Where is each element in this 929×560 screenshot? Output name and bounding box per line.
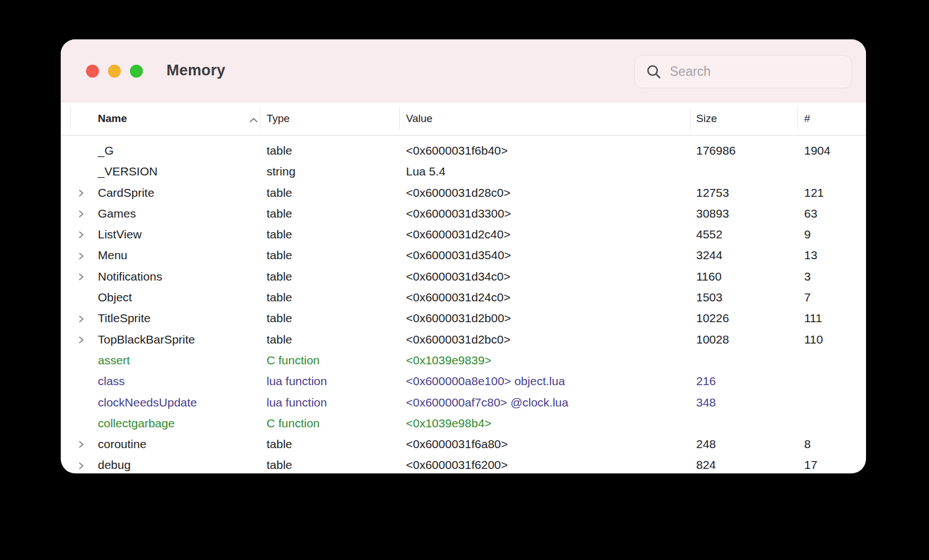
row-type: table	[267, 329, 292, 350]
row-type: table	[267, 182, 292, 203]
close-window-button[interactable]	[86, 65, 99, 78]
row-size: 10028	[696, 329, 729, 350]
row-size: 176986	[696, 140, 736, 161]
disclosure-chevron-icon[interactable]	[78, 183, 85, 204]
table-header: Name Type Value Size #	[61, 102, 866, 136]
row-type: table	[267, 266, 292, 287]
row-type: table	[267, 203, 292, 224]
table-row[interactable]: ListViewtable<0x6000031d2c40>45529	[61, 224, 866, 245]
row-name: ListView	[98, 224, 142, 245]
row-name: class	[98, 371, 125, 391]
row-count: 17	[804, 454, 817, 473]
table-row[interactable]: Notificationstable<0x6000031d34c0>11603	[61, 266, 866, 287]
row-type: table	[267, 308, 292, 328]
disclosure-chevron-icon[interactable]	[78, 245, 85, 266]
row-size: 1160	[696, 266, 721, 287]
row-size: 824	[696, 454, 716, 473]
row-name: TitleSprite	[98, 308, 151, 328]
column-divider[interactable]	[399, 107, 400, 130]
row-count: 8	[804, 433, 811, 454]
table-row[interactable]: TopBlackBarSpritetable<0x6000031d2bc0>10…	[61, 329, 866, 350]
disclosure-chevron-icon[interactable]	[78, 308, 85, 329]
row-value: <0x1039e9839>	[406, 350, 491, 371]
row-count: 121	[804, 182, 824, 203]
title-bar: Memory	[61, 39, 866, 102]
row-type: lua function	[267, 392, 327, 413]
row-size: 248	[696, 433, 716, 454]
row-count: 3	[804, 266, 811, 287]
row-type: table	[267, 433, 292, 454]
row-value: <0x600000a8e100> object.lua	[406, 371, 565, 391]
row-type: C function	[267, 413, 320, 433]
row-size: 30893	[696, 203, 729, 224]
row-size: 216	[696, 371, 716, 391]
row-value: <0x6000031f6200>	[406, 454, 508, 473]
row-value: <0x6000031d3300>	[406, 203, 511, 224]
table-row[interactable]: _VERSIONstringLua 5.4	[61, 161, 866, 182]
table-row[interactable]: TitleSpritetable<0x6000031d2b00>10226111	[61, 308, 866, 328]
row-value: <0x6000031f6b40>	[406, 140, 508, 161]
row-value: <0x6000031d3540>	[406, 245, 511, 265]
column-header-size[interactable]: Size	[696, 102, 717, 135]
table-row[interactable]: classlua function<0x600000a8e100> object…	[61, 371, 866, 391]
row-value: <0x6000031d2b00>	[406, 308, 511, 328]
row-name: CardSprite	[98, 182, 154, 203]
search-icon	[646, 64, 661, 79]
row-name: debug	[98, 454, 130, 473]
column-header-name[interactable]: Name	[98, 102, 127, 135]
disclosure-chevron-icon[interactable]	[78, 455, 85, 473]
table-row[interactable]: collectgarbageC function<0x1039e98b4>	[61, 413, 866, 433]
column-header-value[interactable]: Value	[406, 102, 432, 135]
row-size: 4552	[696, 224, 723, 245]
table-row[interactable]: coroutinetable<0x6000031f6a80>2488	[61, 433, 866, 454]
disclosure-chevron-icon[interactable]	[78, 329, 85, 350]
row-count: 1904	[804, 140, 831, 161]
disclosure-chevron-icon[interactable]	[78, 267, 85, 287]
row-count: 7	[804, 287, 811, 308]
column-header-type[interactable]: Type	[267, 102, 290, 135]
row-value: Lua 5.4	[406, 161, 445, 182]
search-input[interactable]	[669, 64, 840, 80]
disclosure-chevron-icon[interactable]	[78, 434, 85, 455]
row-type: C function	[267, 350, 320, 371]
row-size: 348	[696, 392, 716, 413]
row-name: collectgarbage	[98, 413, 175, 433]
column-divider[interactable]	[690, 107, 691, 130]
table-row[interactable]: debugtable<0x6000031f6200>82417	[61, 454, 866, 473]
row-type: table	[267, 224, 292, 245]
row-name: assert	[98, 350, 130, 371]
row-name: Games	[98, 203, 136, 224]
table-row[interactable]: assertC function<0x1039e9839>	[61, 350, 866, 371]
table-body: _Gtable<0x6000031f6b40>1769861904_VERSIO…	[61, 136, 866, 473]
row-name: Object	[98, 287, 132, 308]
row-name: coroutine	[98, 433, 146, 454]
row-type: lua function	[267, 371, 327, 391]
row-value: <0x6000031d24c0>	[406, 287, 511, 308]
column-divider	[70, 107, 71, 130]
column-divider[interactable]	[260, 107, 260, 130]
row-count: 13	[804, 245, 817, 265]
row-value: <0x1039e98b4>	[406, 413, 491, 433]
row-value: <0x6000031d2bc0>	[406, 329, 511, 350]
column-header-count[interactable]: #	[804, 102, 810, 135]
zoom-window-button[interactable]	[130, 65, 143, 78]
column-divider[interactable]	[797, 107, 798, 130]
row-size: 10226	[696, 308, 729, 328]
disclosure-chevron-icon[interactable]	[78, 204, 85, 224]
search-field[interactable]	[634, 55, 852, 88]
row-size: 12753	[696, 182, 729, 203]
table-row[interactable]: CardSpritetable<0x6000031d28c0>12753121	[61, 182, 866, 203]
row-name: TopBlackBarSprite	[98, 329, 195, 350]
table-row[interactable]: Menutable<0x6000031d3540>324413	[61, 245, 866, 265]
minimize-window-button[interactable]	[108, 65, 121, 78]
row-count: 110	[804, 329, 823, 350]
disclosure-chevron-icon[interactable]	[78, 224, 85, 245]
row-count: 9	[804, 224, 811, 245]
table-row[interactable]: clockNeedsUpdatelua function<0x600000af7…	[61, 392, 866, 413]
row-type: string	[267, 161, 295, 182]
row-type: table	[267, 245, 292, 265]
table-row[interactable]: _Gtable<0x6000031f6b40>1769861904	[61, 140, 866, 161]
table-row[interactable]: Objecttable<0x6000031d24c0>15037	[61, 287, 866, 308]
table-row[interactable]: Gamestable<0x6000031d3300>3089363	[61, 203, 866, 224]
row-name: _G	[98, 140, 114, 161]
